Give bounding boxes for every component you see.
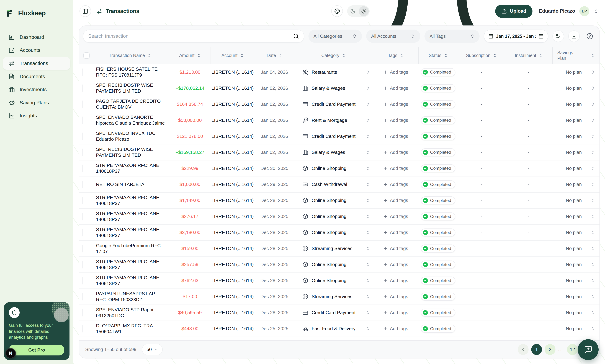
savings-plan-select[interactable]: No plan [552,278,599,283]
sidebar-item-insights[interactable]: Insights [3,110,70,122]
savings-plan-select[interactable]: No plan [552,230,599,235]
add-tags-button[interactable]: Add tags [373,262,418,267]
sort-icon[interactable] [240,53,244,58]
prev-page-button[interactable] [518,344,529,355]
add-tags-button[interactable]: Add tags [373,117,418,123]
savings-plan-select[interactable]: No plan [552,246,599,251]
row-checkbox[interactable] [82,229,83,236]
row-checkbox[interactable] [82,293,83,300]
savings-plan-select[interactable]: No plan [552,294,599,299]
row-checkbox[interactable] [82,309,83,316]
sort-icon[interactable] [342,53,346,58]
help-button[interactable] [584,30,596,42]
category-select[interactable]: Online Shopping [294,197,373,203]
savings-plan-select[interactable]: No plan [552,117,599,123]
savings-plan-select[interactable]: No plan [552,326,599,331]
add-tags-button[interactable]: Add tags [373,230,418,235]
page-button-1[interactable]: 1 [531,344,542,355]
savings-plan-select[interactable]: No plan [552,102,599,107]
row-checkbox[interactable] [82,261,83,268]
search-input[interactable] [88,33,293,39]
sort-icon[interactable] [147,53,151,58]
column-settings-button[interactable] [552,30,564,42]
row-checkbox[interactable] [82,68,83,76]
accounts-filter[interactable]: All Accounts [366,30,420,43]
add-tags-button[interactable]: Add tags [373,102,418,107]
sidebar-item-transactions[interactable]: Transactions [3,57,70,70]
tags-filter[interactable]: All Tags [424,30,479,43]
avatar[interactable]: EP [579,6,589,16]
dark-mode-option[interactable] [348,6,358,16]
category-select[interactable]: Online Shopping [294,165,373,171]
add-tags-button[interactable]: Add tags [373,214,418,219]
category-select[interactable]: Credit Card Payment [294,133,373,139]
savings-plan-select[interactable]: No plan [552,214,599,219]
sort-icon[interactable] [400,53,404,58]
feedback-fab[interactable] [578,339,599,360]
row-checkbox[interactable] [82,149,83,156]
row-checkbox[interactable] [82,325,83,332]
sidebar-toggle-button[interactable] [80,5,91,17]
get-pro-button[interactable]: Get Pro [9,345,65,355]
export-download-button[interactable] [568,30,580,42]
row-checkbox[interactable] [82,165,83,172]
add-tags-button[interactable]: Add tags [373,85,418,91]
category-select[interactable]: Online Shopping [294,214,373,219]
categories-filter[interactable]: All Categories [309,30,362,43]
sidebar-item-dashboard[interactable]: Dashboard [3,31,70,43]
savings-plan-select[interactable]: No plan [552,166,599,171]
sidebar-item-investments[interactable]: Investments [3,83,70,96]
savings-plan-select[interactable]: No plan [552,198,599,203]
theme-palette-button[interactable] [331,5,343,17]
sidebar-item-documents[interactable]: Documents [3,70,70,83]
add-tags-button[interactable]: Add tags [373,310,418,315]
row-checkbox[interactable] [82,132,83,140]
category-select[interactable]: Cash Withdrawal [294,182,373,187]
add-tags-button[interactable]: Add tags [373,69,418,75]
row-checkbox[interactable] [82,117,83,124]
sidebar-item-accounts[interactable]: Accounts [3,44,70,57]
add-tags-button[interactable]: Add tags [373,326,418,331]
category-select[interactable]: Rent & Mortgage [294,117,373,123]
category-select[interactable]: Online Shopping [294,262,373,267]
sort-icon[interactable] [278,53,283,58]
savings-plan-select[interactable]: No plan [552,150,599,155]
theme-toggle[interactable] [347,5,370,17]
light-mode-option[interactable] [359,6,369,16]
row-checkbox[interactable] [82,213,83,220]
page-button-12[interactable]: 12 [567,344,578,355]
add-tags-button[interactable]: Add tags [373,278,418,283]
row-checkbox[interactable] [82,277,83,284]
sort-icon[interactable] [197,53,201,58]
dev-badge[interactable]: N [5,348,16,358]
add-tags-button[interactable]: Add tags [373,166,418,171]
savings-plan-select[interactable]: No plan [552,69,599,75]
add-tags-button[interactable]: Add tags [373,182,418,187]
row-checkbox[interactable] [82,181,83,188]
add-tags-button[interactable]: Add tags [373,134,418,139]
add-tags-button[interactable]: Add tags [373,198,418,203]
savings-plan-select[interactable]: No plan [552,262,599,267]
category-select[interactable]: Streaming Services [294,294,373,299]
page-button-2[interactable]: 2 [545,344,555,355]
row-checkbox[interactable] [82,197,83,204]
sidebar-item-saving-plans[interactable]: Saving Plans [3,96,70,109]
category-select[interactable]: Credit Card Payment [294,101,373,107]
category-select[interactable]: Salary & Wages [294,85,373,91]
row-checkbox[interactable] [82,245,83,252]
sort-icon[interactable] [591,53,595,58]
row-checkbox[interactable] [82,100,83,108]
savings-plan-select[interactable]: No plan [552,310,599,315]
savings-plan-select[interactable]: No plan [552,182,599,187]
category-select[interactable]: Restaurants [294,69,373,75]
savings-plan-select[interactable]: No plan [552,85,599,91]
category-select[interactable]: Streaming Services [294,246,373,251]
category-select[interactable]: Salary & Wages [294,149,373,155]
upload-button[interactable]: Upload [495,5,532,18]
sort-icon[interactable] [493,53,497,58]
add-tags-button[interactable]: Add tags [373,150,418,155]
user-menu-chevron[interactable] [594,9,599,14]
page-size-select[interactable]: 50 [142,344,163,355]
savings-plan-select[interactable]: No plan [552,134,599,139]
category-select[interactable]: Online Shopping [294,230,373,235]
